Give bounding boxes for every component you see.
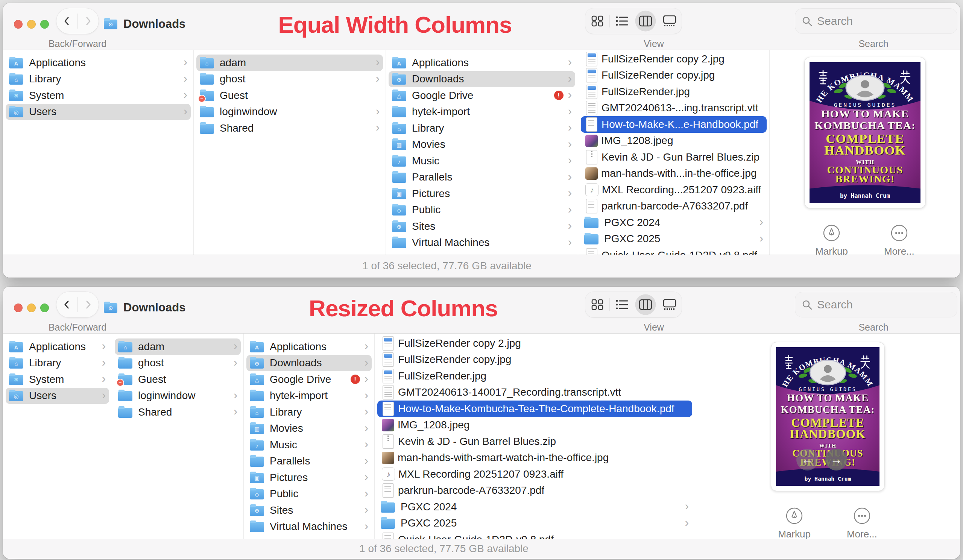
markup-button[interactable]: Markup [815,224,848,255]
forward-button[interactable] [78,292,99,317]
list-item[interactable]: How-to-Make-K...e-Handbook.pdf [581,116,767,133]
list-item[interactable]: Virtual Machines› [389,235,575,251]
list-item[interactable]: PGXC 2024› [377,499,692,515]
view-mode-list-view-button[interactable] [610,292,634,317]
list-item[interactable]: △Google Drive!› [389,87,575,104]
list-item[interactable]: AApplications› [389,55,575,71]
list-item[interactable]: –Guest [115,371,241,388]
list-item[interactable]: man-hands-with-smart-watch-in-the-office… [377,450,692,466]
list-item[interactable]: loginwindow› [115,388,241,404]
more-button[interactable]: More... [847,507,877,539]
search-input[interactable]: Search [795,292,957,317]
finder-column[interactable]: AApplications›⌂Library›⌘System›◎Users› [3,50,194,255]
list-item[interactable]: parkrun-barcode-A7633207.pdf [581,198,767,215]
list-item[interactable]: ⌂Library› [6,71,191,87]
view-mode-list-view-button[interactable] [610,8,634,34]
finder-column[interactable]: AApplications›⊙Downloads›△Google Drive!›… [386,50,578,255]
list-item[interactable]: FullSizeRender copy 2.jpg [377,335,692,352]
list-item[interactable]: PGXC 2025› [377,515,692,532]
back-button[interactable] [57,8,78,34]
back-button[interactable] [57,292,78,317]
list-item[interactable]: FullSizeRender copy.jpg [377,352,692,368]
list-item[interactable]: GMT20240613-140017_Recording.transcript.… [377,384,692,401]
list-item[interactable]: ♪MXL Recording 20251207 0923.aiff [377,466,692,482]
markup-button[interactable]: Markup [778,507,811,539]
list-item[interactable]: ▣Pictures› [246,469,372,486]
finder-column[interactable]: FullSizeRender copy 2.jpgFullSizeRender … [578,50,770,255]
list-item[interactable]: ◇Public› [389,202,575,218]
view-mode-column-view-button[interactable] [634,8,658,34]
list-item[interactable]: ♪Music› [389,153,575,169]
list-item[interactable]: hytek-import› [389,104,575,120]
list-item[interactable]: AApplications› [6,55,191,71]
zoom-button[interactable] [40,304,49,312]
finder-column[interactable]: AApplications›⊙Downloads›△Google Drive!›… [244,333,374,539]
finder-column[interactable]: FullSizeRender copy 2.jpgFullSizeRender … [374,333,695,539]
list-item[interactable]: ⌘System› [6,371,109,388]
finder-column[interactable]: AApplications›⌂Library›⌘System›◎Users› [3,333,112,539]
list-item[interactable]: ⊙Downloads› [246,355,372,372]
finder-column[interactable]: ⌂adam›ghost›–Guestloginwindow›Shared› [112,333,244,539]
list-item[interactable]: ⊕Sites› [246,502,372,519]
list-item[interactable]: ♪Music› [246,437,372,453]
list-item[interactable]: parkrun-barcode-A7633207.pdf [377,482,692,499]
list-item[interactable]: ▣Pictures› [389,185,575,202]
list-item[interactable]: FullSizeRender copy.jpg [581,67,767,84]
view-mode-column-view-button[interactable] [634,292,658,317]
previous-page-button[interactable]: ← [796,449,818,471]
list-item[interactable]: ⌂Library› [246,404,372,421]
list-item[interactable]: IMG_1208.jpeg [581,133,767,149]
list-item[interactable]: FullSizeRender.jpg [581,84,767,100]
list-item[interactable]: ♪MXL Recording...251207 0923.aiff [581,182,767,198]
list-item[interactable]: ⌂Library› [6,355,109,372]
minimize-button[interactable] [27,304,36,312]
list-item[interactable]: loginwindow› [196,104,383,120]
list-item[interactable]: ◎Users› [6,104,191,120]
list-item[interactable]: ▥Movies› [389,136,575,153]
more-button[interactable]: More... [884,224,914,255]
list-item[interactable]: FullSizeRender.jpg [377,368,692,384]
list-item[interactable]: Shared› [196,120,383,136]
list-item[interactable]: PGXC 2025› [581,231,767,248]
list-item[interactable]: △Google Drive!› [246,371,372,388]
list-item[interactable]: Kevin & JD - Gun Barrel Blues.zip [581,149,767,165]
list-item[interactable]: Quick-User-Guide-1D2D-v9.8.pdf [581,247,767,255]
list-item[interactable]: ghost› [115,355,241,372]
view-mode-gallery-view-button[interactable] [658,292,682,317]
zoom-button[interactable] [40,20,49,29]
list-item[interactable]: PGXC 2024› [581,214,767,231]
list-item[interactable]: ⌂adam› [115,338,241,355]
close-button[interactable] [14,20,23,29]
list-item[interactable]: ⌘System› [6,87,191,104]
forward-button[interactable] [78,8,99,34]
list-item[interactable]: Virtual Machines› [246,519,372,535]
list-item[interactable]: Parallels› [246,453,372,470]
finder-column[interactable]: ⌂adam›ghost›–Guestloginwindow›Shared› [194,50,386,255]
list-item[interactable]: ◎Users› [6,388,109,404]
list-item[interactable]: ghost› [196,71,383,87]
list-item[interactable]: AApplications› [6,338,109,355]
list-item[interactable]: Shared› [115,404,241,421]
list-item[interactable]: hytek-import› [246,388,372,404]
list-item[interactable]: Parallels› [389,169,575,186]
list-item[interactable]: FullSizeRender copy 2.jpg [581,51,767,67]
view-mode-icon-view-button[interactable] [585,8,610,34]
view-mode-gallery-view-button[interactable] [658,8,682,34]
close-button[interactable] [14,304,23,312]
next-page-button[interactable]: → [825,449,847,471]
view-mode-icon-view-button[interactable] [585,292,610,317]
list-item[interactable]: ⊕Sites› [389,218,575,235]
list-item[interactable]: ▥Movies› [246,421,372,437]
list-item[interactable]: man-hands-with...in-the-office.jpg [581,165,767,182]
list-item[interactable]: –Guest [196,87,383,104]
list-item[interactable]: IMG_1208.jpeg [377,417,692,434]
minimize-button[interactable] [27,20,36,29]
list-item[interactable]: AApplications› [246,338,372,355]
list-item[interactable]: How-to-Make-Kombucha-Tea-The-Complete-Ha… [377,401,692,417]
list-item[interactable]: ⊙Downloads› [389,71,575,87]
search-input[interactable]: Search [795,8,957,34]
list-item[interactable]: ⌂Library› [389,120,575,136]
list-item[interactable]: ◇Public› [246,486,372,502]
list-item[interactable]: GMT20240613-...ing.transcript.vtt [581,100,767,117]
list-item[interactable]: ⌂adam› [196,55,383,71]
